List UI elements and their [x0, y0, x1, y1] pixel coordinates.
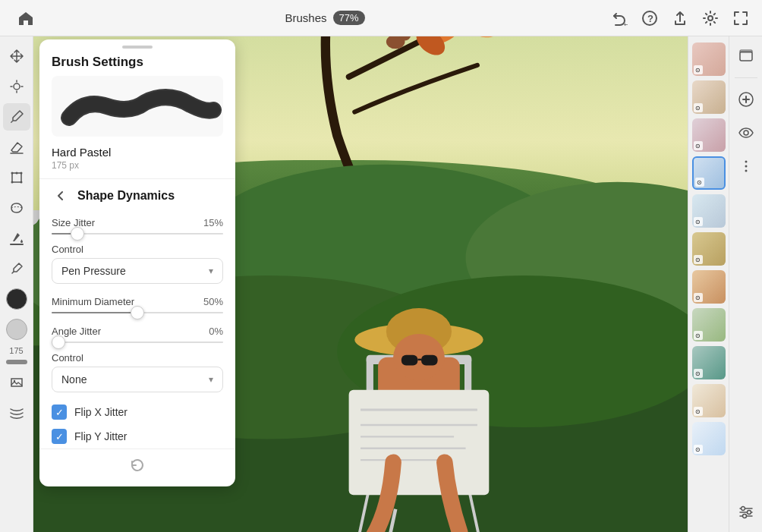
- svg-point-3: [708, 16, 713, 20]
- panel-drag-handle[interactable]: [122, 46, 153, 49]
- tool-brush[interactable]: [3, 103, 30, 131]
- brush-thumb-11[interactable]: ⊙: [692, 422, 726, 455]
- undo-button[interactable]: ↩: [610, 9, 628, 27]
- svg-point-61: [745, 165, 747, 168]
- svg-rect-5: [12, 173, 21, 182]
- tool-transform[interactable]: [3, 164, 30, 191]
- brush-thumb-8[interactable]: ⊙: [692, 308, 726, 342]
- brush-thumb-3[interactable]: ⊙: [692, 118, 726, 152]
- control-dropdown-1[interactable]: Pen Pressure ▾: [39, 258, 235, 291]
- svg-point-66: [741, 507, 745, 511]
- tool-warp[interactable]: [3, 194, 30, 222]
- thumb-icon-1: ⊙: [694, 65, 703, 74]
- back-button[interactable]: [52, 187, 70, 205]
- flip-y-row: ✓ Flip Y Jitter: [39, 424, 235, 449]
- thumb-icon-9: ⊙: [694, 369, 703, 378]
- thumb-icon-5: ⊙: [694, 217, 703, 226]
- topbar-right: ↩ ?: [610, 9, 750, 27]
- section-nav: Shape Dynamics: [39, 179, 235, 212]
- thumb-icon-8: ⊙: [694, 331, 703, 340]
- pen-pressure-dropdown[interactable]: Pen Pressure ▾: [52, 258, 223, 284]
- tool-eyedropper[interactable]: [3, 255, 30, 282]
- size-jitter-value: 15%: [203, 217, 223, 228]
- brush-thumb-2[interactable]: ⊙: [692, 80, 726, 114]
- home-button[interactable]: [12, 5, 39, 32]
- size-value[interactable]: 175: [9, 346, 23, 355]
- flip-x-label: Flip X Jitter: [74, 406, 128, 418]
- control-label-1: Control: [39, 242, 235, 258]
- svg-point-59: [744, 131, 748, 135]
- none-dropdown[interactable]: None ▾: [52, 367, 223, 392]
- flip-x-check-icon: ✓: [55, 407, 64, 418]
- thumb-icon-4: ⊙: [695, 178, 704, 187]
- flip-x-row: ✓ Flip X Jitter: [39, 400, 235, 424]
- brush-thumb-7[interactable]: ⊙: [692, 270, 726, 304]
- fullscreen-button[interactable]: [732, 9, 750, 27]
- help-button[interactable]: ?: [641, 9, 659, 27]
- min-diameter-label: Minimum Diameter: [52, 296, 134, 307]
- tool-adjustments[interactable]: [3, 399, 30, 427]
- angle-jitter-value: 0%: [209, 326, 223, 337]
- topbar-left: [12, 5, 39, 32]
- svg-point-62: [745, 170, 747, 172]
- brush-name: Hard Pastel: [39, 146, 235, 160]
- control-value-1: Pen Pressure: [61, 265, 126, 277]
- tool-move[interactable]: [3, 42, 30, 70]
- svg-point-7: [20, 172, 22, 175]
- main-area: 175: [0, 36, 762, 532]
- svg-rect-54: [740, 52, 752, 61]
- flip-y-checkbox[interactable]: ✓: [52, 429, 67, 444]
- brush-thumb-10[interactable]: ⊙: [692, 384, 726, 417]
- share-button[interactable]: [671, 9, 689, 27]
- tool-fill[interactable]: [3, 225, 30, 252]
- tool-select[interactable]: [3, 73, 30, 100]
- foreground-color[interactable]: [6, 288, 27, 310]
- right-brush-panel: ⊙ ⊙ ⊙ ⊙ ⊙ ⊙ ⊙ ⊙ ⊙ ⊙ ⊙: [688, 36, 729, 532]
- reset-button[interactable]: [129, 457, 146, 477]
- background-color[interactable]: [6, 319, 27, 340]
- thumb-icon-3: ⊙: [694, 141, 703, 150]
- angle-jitter-slider[interactable]: [39, 338, 235, 351]
- brush-settings-panel: Brush Settings Hard Pastel 175 px Shape …: [39, 39, 235, 486]
- control-label-2: Control: [39, 351, 235, 367]
- brush-preview: [52, 76, 223, 137]
- dropdown-arrow-2: ▾: [209, 374, 213, 385]
- size-jitter-label: Size Jitter: [52, 217, 95, 228]
- svg-point-6: [11, 172, 13, 175]
- min-diameter-slider[interactable]: [39, 309, 235, 321]
- brush-thumb-9[interactable]: ⊙: [692, 346, 726, 379]
- adjustments-button[interactable]: [732, 499, 760, 526]
- svg-point-67: [747, 511, 751, 515]
- tool-image[interactable]: [3, 369, 30, 396]
- thumb-icon-2: ⊙: [694, 103, 703, 112]
- zoom-level[interactable]: 77%: [333, 11, 365, 25]
- svg-text:?: ?: [647, 13, 653, 24]
- dropdown-arrow-1: ▾: [209, 266, 213, 276]
- canvas-title: Brushes: [285, 11, 326, 24]
- panel-title: Brush Settings: [39, 52, 235, 76]
- flip-x-checkbox[interactable]: ✓: [52, 405, 67, 420]
- add-button[interactable]: [732, 86, 760, 113]
- right-toolbar: [729, 36, 762, 532]
- brush-thumb-5[interactable]: ⊙: [692, 194, 726, 228]
- thumb-icon-6: ⊙: [694, 255, 703, 264]
- size-jitter-slider[interactable]: [39, 230, 235, 242]
- layers-button[interactable]: [732, 42, 760, 70]
- settings-button[interactable]: [701, 9, 719, 27]
- more-button[interactable]: [732, 153, 760, 180]
- brush-thumb-1[interactable]: ⊙: [692, 42, 726, 76]
- size-jitter-header: Size Jitter 15%: [39, 212, 235, 230]
- svg-point-60: [745, 161, 747, 163]
- eye-button[interactable]: [732, 119, 760, 146]
- thumb-icon-7: ⊙: [694, 293, 703, 302]
- svg-text:↩: ↩: [624, 21, 628, 27]
- size-bar: [6, 360, 27, 364]
- control-dropdown-2[interactable]: None ▾: [39, 367, 235, 400]
- canvas-area[interactable]: Brush Settings Hard Pastel 175 px Shape …: [33, 36, 688, 532]
- svg-point-12: [13, 380, 14, 382]
- flip-y-label: Flip Y Jitter: [74, 430, 128, 442]
- thumb-icon-10: ⊙: [694, 407, 703, 416]
- brush-thumb-4[interactable]: ⊙: [692, 156, 726, 190]
- tool-eraser[interactable]: [3, 134, 30, 161]
- brush-thumb-6[interactable]: ⊙: [692, 232, 726, 266]
